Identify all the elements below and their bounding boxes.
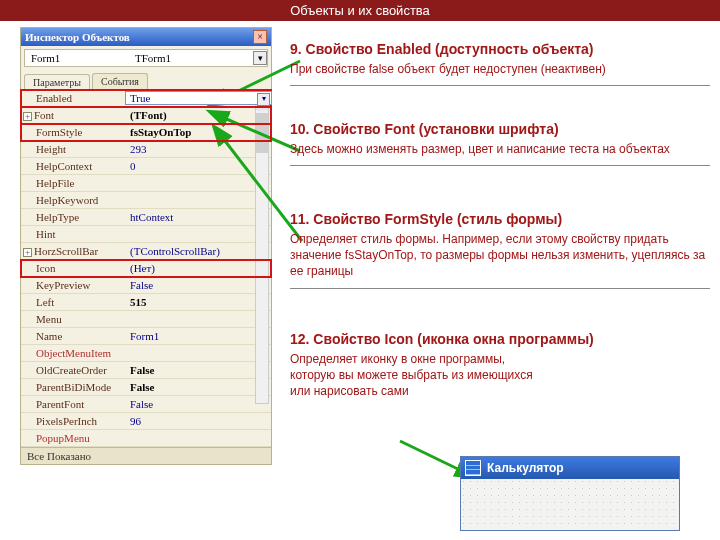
oi-instance-type: TForm1 [135, 52, 253, 64]
section-9-title: 9. Свойство Enabled (доступность объекта… [290, 41, 710, 57]
section-10-desc: Здесь можно изменять размер, цвет и напи… [290, 141, 710, 157]
property-value[interactable]: True▾ [126, 92, 271, 104]
property-name: KeyPreview [21, 279, 126, 291]
property-row[interactable]: +HorzScrollBar(TControlScrollBar) [21, 243, 271, 260]
property-name-text: OldCreateOrder [36, 364, 107, 376]
property-row[interactable]: Hint [21, 226, 271, 243]
property-value[interactable]: 0 [126, 160, 271, 172]
property-value[interactable]: htContext [126, 211, 271, 223]
oi-tabs: Параметры События [21, 70, 271, 90]
property-value[interactable]: 96 [126, 415, 271, 427]
property-value[interactable]: False [126, 364, 271, 376]
property-name-text: Name [36, 330, 62, 342]
property-value[interactable]: False [126, 279, 271, 291]
divider [290, 165, 710, 166]
section-12-title: 12. Свойство Icon (иконка окна программы… [290, 331, 710, 347]
property-name-text: Left [36, 296, 54, 308]
property-row[interactable]: HelpFile [21, 175, 271, 192]
tab-events[interactable]: События [92, 73, 148, 89]
property-name: Left [21, 296, 126, 308]
property-row[interactable]: NameForm1 [21, 328, 271, 345]
property-value[interactable]: (TFont) [126, 109, 271, 121]
close-icon[interactable]: × [253, 30, 267, 44]
property-name: HelpFile [21, 177, 126, 189]
property-row[interactable]: PixelsPerInch96 [21, 413, 271, 430]
property-name: HelpContext [21, 160, 126, 172]
oi-instance-name: Form1 [25, 51, 135, 65]
property-name: PixelsPerInch [21, 415, 126, 427]
property-row[interactable]: Icon(Нет) [21, 260, 271, 277]
chevron-down-icon[interactable]: ▾ [253, 51, 267, 65]
property-row[interactable]: OldCreateOrderFalse [21, 362, 271, 379]
property-value[interactable]: 293 [126, 143, 271, 155]
property-name: ObjectMenuItem [21, 347, 126, 359]
property-name-text: HelpFile [36, 177, 75, 189]
oi-instance-select[interactable]: Form1 TForm1 ▾ [24, 49, 268, 67]
section-9-desc: При свойстве false объект будет недоступ… [290, 61, 710, 77]
page-banner: Объекты и их свойства [0, 0, 720, 21]
property-row[interactable]: EnabledTrue▾ [21, 90, 271, 107]
property-row[interactable]: HelpKeyword [21, 192, 271, 209]
property-name-text: Hint [36, 228, 56, 240]
property-row[interactable]: +Font(TFont) [21, 107, 271, 124]
object-inspector-window: Инспектор Объектов × Form1 TForm1 ▾ Пара… [20, 27, 272, 465]
property-name: OldCreateOrder [21, 364, 126, 376]
svg-line-3 [400, 441, 462, 471]
property-value[interactable]: (Нет) [126, 262, 271, 274]
chevron-down-icon[interactable]: ▾ [257, 93, 270, 106]
expand-icon[interactable]: + [23, 112, 32, 121]
divider [290, 288, 710, 289]
property-row[interactable]: ObjectMenuItem [21, 345, 271, 362]
section-11-title: 11. Свойство FormStyle (стиль формы) [290, 211, 710, 227]
property-name: Enabled [21, 92, 126, 104]
property-value[interactable]: fsStayOnTop [126, 126, 271, 138]
property-name-text: PopupMenu [36, 432, 90, 444]
property-row[interactable]: KeyPreviewFalse [21, 277, 271, 294]
section-12: 12. Свойство Icon (иконка окна программы… [290, 331, 710, 400]
property-name-text: FormStyle [36, 126, 82, 138]
oi-titlebar: Инспектор Объектов × [21, 28, 271, 46]
calculator-icon [465, 460, 481, 476]
section-10-title: 10. Свойство Font (установки шрифта) [290, 121, 710, 137]
calculator-body [461, 479, 679, 531]
property-name: +HorzScrollBar [21, 245, 126, 257]
property-name: PopupMenu [21, 432, 126, 444]
property-name-text: HelpType [36, 211, 79, 223]
property-name-text: KeyPreview [36, 279, 90, 291]
property-name: ParentFont [21, 398, 126, 410]
property-value[interactable]: 515 [126, 296, 271, 308]
property-row[interactable]: PopupMenu [21, 430, 271, 447]
oi-scrollbar[interactable]: ▴ [255, 96, 269, 404]
property-name: Hint [21, 228, 126, 240]
property-row[interactable]: HelpTypehtContext [21, 209, 271, 226]
property-row[interactable]: FormStylefsStayOnTop [21, 124, 271, 141]
property-name: Name [21, 330, 126, 342]
property-row[interactable]: ParentBiDiModeFalse [21, 379, 271, 396]
property-name-text: HorzScrollBar [34, 245, 98, 257]
divider [290, 85, 710, 86]
oi-property-grid: EnabledTrue▾+Font(TFont)FormStylefsStayO… [21, 90, 271, 447]
section-11: 11. Свойство FormStyle (стиль формы) Опр… [290, 211, 710, 299]
calculator-titlebar: Калькулятор [461, 457, 679, 479]
property-row[interactable]: HelpContext0 [21, 158, 271, 175]
property-name-text: Font [34, 109, 54, 121]
property-name: HelpType [21, 211, 126, 223]
property-row[interactable]: Height293 [21, 141, 271, 158]
tab-params[interactable]: Параметры [24, 74, 90, 90]
property-name-text: ObjectMenuItem [36, 347, 111, 359]
property-name: FormStyle [21, 126, 126, 138]
property-value[interactable]: False [126, 398, 271, 410]
property-value[interactable]: Form1 [126, 330, 271, 342]
property-row[interactable]: Menu [21, 311, 271, 328]
oi-title-text: Инспектор Объектов [25, 31, 130, 43]
property-name-text: Height [36, 143, 66, 155]
property-row[interactable]: Left515 [21, 294, 271, 311]
property-value[interactable]: False [126, 381, 271, 393]
property-value[interactable]: (TControlScrollBar) [126, 245, 271, 257]
property-name-text: PixelsPerInch [36, 415, 97, 427]
section-10: 10. Свойство Font (установки шрифта) Зде… [290, 121, 710, 176]
property-name: Icon [21, 262, 126, 274]
property-row[interactable]: ParentFontFalse [21, 396, 271, 413]
oi-status: Все Показано [21, 447, 271, 464]
expand-icon[interactable]: + [23, 248, 32, 257]
